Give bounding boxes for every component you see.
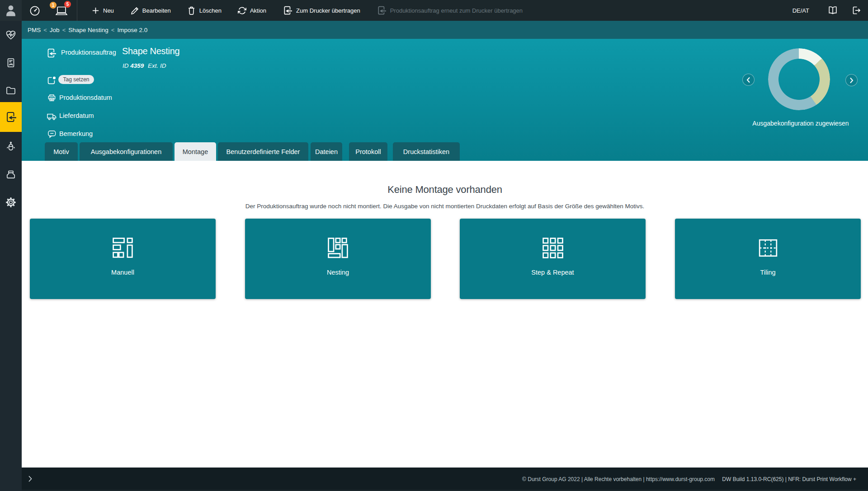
ink-pot-icon bbox=[5, 169, 17, 181]
warning-badge[interactable]: 1 bbox=[50, 2, 57, 9]
breadcrumb-separator: < bbox=[62, 27, 66, 33]
empty-state-title: Keine Montage vorhanden bbox=[22, 184, 868, 196]
id-label: ID bbox=[123, 62, 129, 69]
send-to-printer-label: Zum Drucker übertragen bbox=[296, 7, 360, 14]
trash-icon bbox=[187, 6, 196, 15]
main-content: PMS < Job < Shape Nesting < Impose 2.0 P… bbox=[22, 21, 868, 491]
action-button[interactable]: Aktion bbox=[230, 0, 274, 21]
card-label: Step & Repeat bbox=[460, 269, 646, 276]
footer-build-info: DW Build 1.13.0-RC(625) | NFR: Durst Pri… bbox=[722, 476, 856, 482]
delete-button[interactable]: Löschen bbox=[179, 0, 230, 21]
sidebar-item-health[interactable] bbox=[0, 23, 22, 47]
sidebar-nav bbox=[0, 21, 22, 491]
printer-icon bbox=[47, 93, 57, 103]
sidebar-item-production-orders[interactable] bbox=[0, 102, 22, 132]
tab-dateien[interactable]: Dateien bbox=[311, 142, 342, 161]
empty-state-description: Der Produktionsauftrag wurde noch nicht … bbox=[22, 203, 868, 210]
locale-selector[interactable]: DE/AT bbox=[793, 7, 809, 14]
delivery-date-label: Lieferdatum bbox=[59, 112, 94, 119]
footer-bar: © Durst Group AG 2022 | Alle Rechte vorb… bbox=[22, 468, 868, 491]
comment-icon bbox=[47, 129, 57, 139]
tab-benutzerdefinierte-felder[interactable]: Benutzerdefinierte Felder bbox=[218, 142, 308, 161]
montage-card-nesting[interactable]: Nesting bbox=[245, 219, 431, 299]
gear-icon bbox=[5, 196, 17, 208]
tab-motiv[interactable]: Motiv bbox=[45, 142, 78, 161]
set-tag-button[interactable]: Tag setzen bbox=[58, 75, 94, 84]
send-to-printer-icon bbox=[283, 5, 292, 15]
breadcrumb: PMS < Job < Shape Nesting < Impose 2.0 bbox=[22, 21, 868, 39]
user-avatar[interactable] bbox=[0, 0, 22, 21]
manual-layout-icon bbox=[113, 238, 133, 258]
plus-icon bbox=[92, 7, 99, 14]
sidebar-item-folders[interactable] bbox=[0, 79, 22, 102]
resend-to-printer-icon bbox=[377, 5, 387, 15]
pencil-icon bbox=[130, 6, 139, 15]
job-header: Produktionsauftrag Shape Nesting ID 4359… bbox=[22, 39, 868, 161]
delete-button-label: Löschen bbox=[199, 7, 222, 14]
tab-protokoll[interactable]: Protokoll bbox=[349, 142, 387, 161]
avatar-icon bbox=[5, 4, 16, 17]
donut-caption: Ausgabekonfiguration zugewiesen bbox=[724, 120, 868, 127]
robot-icon bbox=[5, 141, 17, 153]
logout-button[interactable] bbox=[851, 5, 862, 16]
heart-pulse-icon bbox=[5, 29, 17, 41]
job-title: Shape Nesting bbox=[122, 46, 179, 56]
step-repeat-icon bbox=[542, 238, 563, 258]
remark-label: Bemerkung bbox=[59, 130, 93, 137]
sidebar-item-automation[interactable] bbox=[0, 135, 22, 159]
breadcrumb-pms[interactable]: PMS bbox=[28, 27, 41, 33]
chevron-left-icon bbox=[746, 77, 750, 83]
card-label: Tiling bbox=[675, 269, 861, 276]
book-icon bbox=[827, 5, 838, 16]
refresh-icon bbox=[238, 6, 246, 15]
montage-card-manuell[interactable]: Manuell bbox=[30, 219, 216, 299]
breadcrumb-shape-nesting[interactable]: Shape Nesting bbox=[68, 27, 108, 33]
action-button-label: Aktion bbox=[250, 7, 266, 14]
topbar-divider bbox=[77, 0, 77, 21]
production-order-icon bbox=[46, 48, 57, 58]
id-value: 4359 bbox=[130, 62, 144, 69]
resend-to-printer-button[interactable]: Produktionsauftrag erneut zum Drucker üb… bbox=[368, 0, 531, 21]
tab-montage[interactable]: Montage bbox=[175, 142, 216, 161]
logout-icon bbox=[851, 5, 862, 16]
carousel-prev-button[interactable] bbox=[742, 74, 755, 86]
send-to-printer-button[interactable]: Zum Drucker übertragen bbox=[274, 0, 368, 21]
production-date-label: Produktionsdatum bbox=[59, 94, 112, 101]
tag-icon bbox=[47, 76, 56, 85]
top-bar: 1 5 Neu Bearbeiten Löschen bbox=[0, 0, 868, 21]
tab-druckstatistiken[interactable]: Druckstatistiken bbox=[393, 142, 460, 161]
new-button-label: Neu bbox=[103, 7, 114, 14]
breadcrumb-separator: < bbox=[43, 27, 47, 33]
tab-bar: Motiv Ausgabekonfigurationen Montage Ben… bbox=[45, 142, 460, 161]
tab-ausgabekonfigurationen[interactable]: Ausgabekonfigurationen bbox=[80, 142, 173, 161]
chevron-right-icon bbox=[849, 77, 854, 84]
footer-copyright: © Durst Group AG 2022 | Alle Rechte vorb… bbox=[522, 476, 715, 482]
breadcrumb-job[interactable]: Job bbox=[50, 27, 60, 33]
sidebar-item-ink[interactable] bbox=[0, 163, 22, 187]
resend-to-printer-label: Produktionsauftrag erneut zum Drucker üb… bbox=[390, 7, 523, 14]
new-button[interactable]: Neu bbox=[84, 0, 122, 21]
montage-card-step-repeat[interactable]: Step & Repeat bbox=[460, 219, 646, 299]
folder-icon bbox=[5, 84, 17, 96]
nesting-icon bbox=[328, 238, 349, 258]
edit-button[interactable]: Bearbeiten bbox=[122, 0, 179, 21]
sidebar-item-motifs[interactable] bbox=[0, 51, 22, 75]
dashboard-gauge-icon[interactable] bbox=[29, 5, 41, 17]
error-badge[interactable]: 5 bbox=[64, 1, 71, 8]
carousel-next-button[interactable] bbox=[845, 74, 858, 86]
breadcrumb-impose[interactable]: Impose 2.0 bbox=[117, 27, 147, 33]
tiling-icon bbox=[758, 238, 778, 258]
montage-card-tiling[interactable]: Tiling bbox=[675, 219, 861, 299]
breadcrumb-separator: < bbox=[111, 27, 115, 33]
sidebar-item-settings[interactable] bbox=[0, 191, 22, 214]
chevron-right-icon bbox=[28, 475, 32, 482]
ext-id-label: Ext. ID bbox=[148, 62, 166, 69]
footer-expand-button[interactable] bbox=[28, 475, 32, 482]
production-order-icon bbox=[5, 111, 17, 123]
card-label: Nesting bbox=[245, 269, 431, 276]
card-label: Manuell bbox=[30, 269, 216, 276]
edit-button-label: Bearbeiten bbox=[142, 7, 171, 14]
image-document-icon bbox=[5, 57, 17, 69]
output-config-donut bbox=[768, 48, 830, 110]
documentation-button[interactable] bbox=[827, 5, 838, 16]
